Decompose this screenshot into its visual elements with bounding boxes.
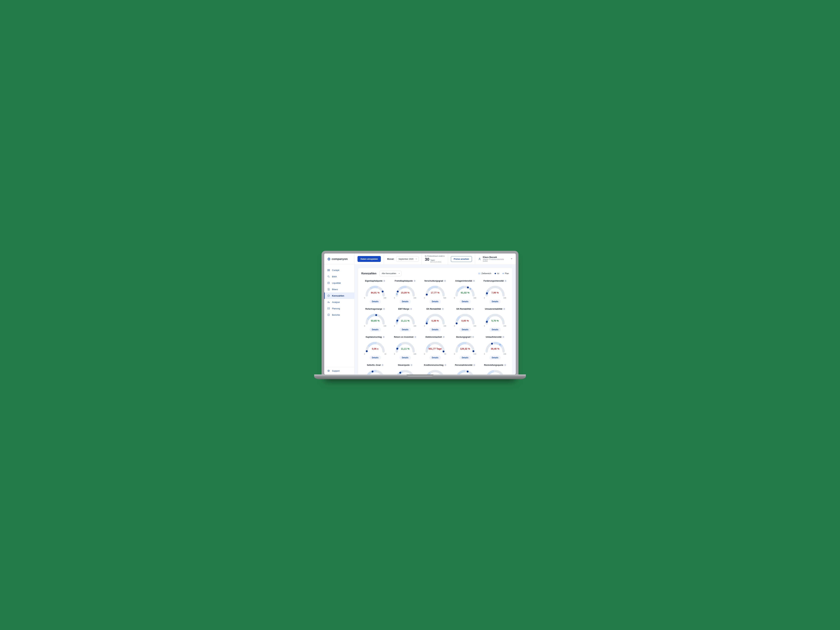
kpi-details-button[interactable]: Details (369, 356, 381, 360)
kpi-value: 0,00 % (452, 319, 478, 322)
kpi-value: 7,99 % (483, 291, 508, 294)
kpi-gauge (483, 368, 508, 374)
kpi-value: 5,70 % (483, 319, 508, 322)
sidebar-item-cockpit[interactable]: Cockpit (324, 267, 354, 273)
kpi-details-button[interactable]: Details (429, 328, 441, 332)
kpi-gauge (423, 368, 448, 374)
sidebar-item-label: Kennzahlen (332, 295, 344, 297)
import-data-button[interactable]: Daten einspielen (357, 256, 381, 262)
kpi-details-button[interactable]: Details (459, 356, 471, 360)
info-icon[interactable]: i (444, 364, 446, 366)
legend-plan: Plan (505, 272, 509, 275)
info-icon[interactable]: i (473, 364, 475, 366)
info-icon[interactable]: i (503, 308, 505, 310)
info-icon[interactable]: i (443, 336, 445, 338)
info-icon[interactable]: i (502, 336, 504, 338)
sidebar-item-kennzahlen[interactable]: Kennzahlen (324, 292, 354, 299)
kpi-card: Umsatzrentabilitäti5,70 %0100Details (481, 306, 509, 332)
kpi-details-button[interactable]: Details (429, 356, 441, 360)
kpi-details-button[interactable]: Details (369, 300, 381, 303)
info-icon[interactable]: i (410, 308, 412, 310)
kpi-title: Return on Investmeti (394, 336, 416, 338)
sidebar-item-support[interactable]: Support (324, 367, 354, 374)
kpi-title: Umlaufintensitäti (486, 336, 504, 338)
trial-days-unit: Tagen (430, 259, 441, 261)
info-icon[interactable]: i (442, 308, 444, 310)
svg-point-23 (426, 322, 428, 324)
chevron-down-icon[interactable] (510, 257, 513, 261)
kpi-gauge: 11,11 % (393, 339, 418, 354)
kpi-details-button[interactable]: Details (489, 300, 501, 303)
svg-point-36 (467, 371, 469, 373)
kpi-value: 0,06 x (363, 347, 388, 350)
kpi-details-button[interactable]: Details (459, 328, 471, 332)
svg-point-35 (399, 372, 401, 374)
info-icon[interactable]: i (505, 280, 507, 282)
info-icon[interactable]: i (383, 280, 385, 282)
kpi-gauge: 11,11 % (393, 311, 418, 326)
kpi-details-button[interactable]: Details (399, 356, 411, 360)
kpi-gauge: 0,00 % (452, 311, 478, 326)
info-icon[interactable]: i (414, 280, 415, 282)
kpi-title: Selbsfin.-Gradi (367, 364, 384, 366)
sidebar-item-bilanz[interactable]: Bilanz (324, 286, 354, 292)
svg-point-24 (456, 322, 458, 324)
legend-ziel: Zielbereich (482, 272, 491, 275)
kpi-value: 11,11 % (393, 347, 418, 350)
info-icon[interactable]: i (472, 336, 474, 338)
kpi-title: GK-Rentabilitäti (456, 308, 474, 310)
info-icon[interactable]: i (473, 280, 475, 282)
svg-point-19 (375, 314, 377, 316)
support-icon (327, 369, 330, 372)
kpi-card: EBIT-Margei11,11 %0100Details (391, 306, 419, 332)
kpi-value: 129,32 % (452, 347, 478, 350)
kpi-details-button[interactable]: Details (369, 328, 381, 332)
sidebar-item-analyse[interactable]: Analyse (324, 299, 354, 305)
month-select[interactable]: September 2020 (396, 256, 418, 262)
svg-point-32 (499, 344, 501, 346)
kpi-title: Deckungsgrad Ii (456, 336, 474, 338)
info-icon[interactable]: i (444, 280, 446, 282)
trial-until: (bis 23.10.2021) (430, 261, 441, 263)
kpi-details-button[interactable]: Details (459, 300, 471, 303)
kpi-title: Fremdkapitalquotei (395, 280, 415, 282)
kpi-details-button[interactable]: Details (489, 356, 501, 360)
card-icon (327, 281, 330, 284)
kpi-card: Rohertragsmargei53,65 %0100Details (362, 306, 389, 332)
kpi-gauge: 0,06 x (363, 339, 388, 354)
info-icon[interactable]: i (414, 336, 416, 338)
kpi-filter-select[interactable]: Alle Kennzahlen (379, 271, 401, 276)
kpi-gauge: 61,02 % (452, 283, 478, 298)
info-icon[interactable]: i (383, 336, 385, 338)
info-icon[interactable]: i (472, 308, 474, 310)
sidebar-item-berichte[interactable]: Berichte (324, 312, 354, 318)
kpi-card: EK-Rentabilitäti0,38 %0100Details (422, 306, 449, 332)
info-icon[interactable]: i (504, 364, 506, 366)
sidebar-item-label: Cockpit (332, 269, 339, 272)
info-icon[interactable]: i (383, 308, 385, 310)
kpi-value: 11,11 % (393, 319, 418, 322)
kpi-details-button[interactable]: Details (399, 328, 411, 332)
sidebar-item-planung[interactable]: Planung (324, 305, 354, 312)
info-icon[interactable]: i (382, 364, 384, 366)
sidebar-item-bwa[interactable]: BWA (324, 273, 354, 280)
kpi-title: Eigenkapitalquotei (365, 280, 385, 282)
kpi-details-button[interactable]: Details (429, 300, 441, 303)
search-icon (327, 275, 330, 278)
laptop-base (314, 374, 526, 379)
kpi-card: Debitorenlaufzeiti551,77 Tage090Details (422, 334, 449, 360)
user-cell[interactable]: Klaus Bassek Wagner Produktionsbetriebe … (475, 254, 516, 264)
info-icon[interactable]: i (411, 364, 412, 366)
bars-icon (327, 301, 330, 303)
brand-logo-icon (327, 257, 331, 261)
sidebar-item-liquidität[interactable]: Liquidität (324, 280, 354, 286)
pricing-button[interactable]: Preise ansehen (451, 256, 472, 262)
kpi-details-button[interactable]: Details (489, 328, 501, 332)
kpi-gauge: 551,77 Tage (423, 339, 448, 354)
import-cell: Daten einspielen (354, 254, 384, 264)
dashboard-icon (327, 269, 330, 272)
svg-point-10 (328, 370, 329, 371)
kpi-title: Steuerquotei (398, 364, 412, 366)
kpi-gauge: 129,32 % (452, 339, 478, 354)
kpi-details-button[interactable]: Details (399, 300, 411, 303)
